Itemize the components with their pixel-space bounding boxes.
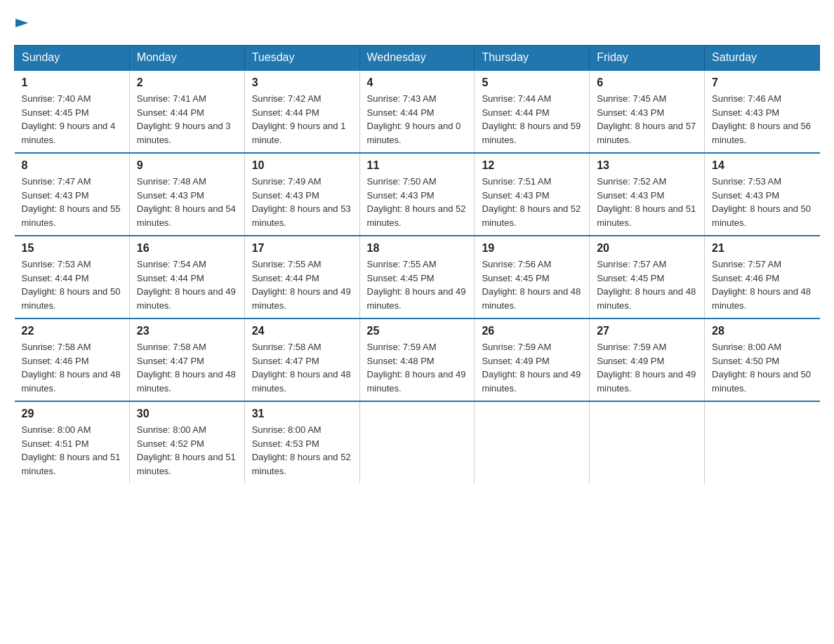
calendar-cell: 4 Sunrise: 7:43 AMSunset: 4:44 PMDayligh… bbox=[359, 70, 475, 153]
calendar-cell: 2 Sunrise: 7:41 AMSunset: 4:44 PMDayligh… bbox=[129, 70, 244, 153]
day-info: Sunrise: 7:47 AMSunset: 4:43 PMDaylight:… bbox=[22, 176, 121, 228]
calendar-cell: 30 Sunrise: 8:00 AMSunset: 4:52 PMDaylig… bbox=[129, 401, 244, 483]
day-number: 23 bbox=[137, 325, 237, 337]
day-number: 13 bbox=[597, 159, 697, 172]
week-row-4: 22 Sunrise: 7:58 AMSunset: 4:46 PMDaylig… bbox=[15, 318, 820, 401]
header-thursday: Thursday bbox=[475, 46, 590, 71]
day-number: 8 bbox=[22, 159, 122, 172]
week-row-5: 29 Sunrise: 8:00 AMSunset: 4:51 PMDaylig… bbox=[15, 401, 820, 483]
calendar-cell: 6 Sunrise: 7:45 AMSunset: 4:43 PMDayligh… bbox=[590, 70, 705, 153]
day-number: 6 bbox=[597, 76, 697, 89]
day-info: Sunrise: 7:58 AMSunset: 4:46 PMDaylight:… bbox=[22, 342, 121, 394]
day-number: 20 bbox=[597, 242, 697, 255]
calendar-cell: 24 Sunrise: 7:58 AMSunset: 4:47 PMDaylig… bbox=[244, 318, 359, 401]
week-row-2: 8 Sunrise: 7:47 AMSunset: 4:43 PMDayligh… bbox=[15, 153, 820, 236]
day-number: 12 bbox=[482, 159, 582, 172]
day-number: 16 bbox=[137, 242, 237, 255]
day-info: Sunrise: 7:57 AMSunset: 4:46 PMDaylight:… bbox=[712, 259, 811, 311]
day-number: 15 bbox=[22, 242, 122, 255]
day-info: Sunrise: 7:57 AMSunset: 4:45 PMDaylight:… bbox=[597, 259, 696, 311]
day-info: Sunrise: 7:56 AMSunset: 4:45 PMDaylight:… bbox=[482, 259, 581, 311]
calendar-cell: 26 Sunrise: 7:59 AMSunset: 4:49 PMDaylig… bbox=[475, 318, 590, 401]
header-monday: Monday bbox=[129, 46, 244, 71]
calendar-cell: 31 Sunrise: 8:00 AMSunset: 4:53 PMDaylig… bbox=[244, 401, 359, 483]
calendar-cell: 5 Sunrise: 7:44 AMSunset: 4:44 PMDayligh… bbox=[475, 70, 590, 153]
calendar-cell: 15 Sunrise: 7:53 AMSunset: 4:44 PMDaylig… bbox=[15, 236, 130, 318]
day-info: Sunrise: 7:43 AMSunset: 4:44 PMDaylight:… bbox=[367, 93, 461, 145]
day-number: 14 bbox=[712, 159, 812, 172]
calendar-cell: 14 Sunrise: 7:53 AMSunset: 4:43 PMDaylig… bbox=[705, 153, 820, 236]
header-friday: Friday bbox=[590, 46, 705, 71]
calendar-cell: 19 Sunrise: 7:56 AMSunset: 4:45 PMDaylig… bbox=[475, 236, 590, 318]
day-info: Sunrise: 7:46 AMSunset: 4:43 PMDaylight:… bbox=[712, 93, 811, 145]
day-info: Sunrise: 7:42 AMSunset: 4:44 PMDaylight:… bbox=[252, 93, 346, 145]
day-info: Sunrise: 7:48 AMSunset: 4:43 PMDaylight:… bbox=[137, 176, 236, 228]
week-row-3: 15 Sunrise: 7:53 AMSunset: 4:44 PMDaylig… bbox=[15, 236, 820, 318]
calendar-cell: 16 Sunrise: 7:54 AMSunset: 4:44 PMDaylig… bbox=[129, 236, 244, 318]
day-number: 25 bbox=[367, 325, 468, 337]
calendar-table: SundayMondayTuesdayWednesdayThursdayFrid… bbox=[14, 45, 820, 483]
calendar-cell: 27 Sunrise: 7:59 AMSunset: 4:49 PMDaylig… bbox=[590, 318, 705, 401]
header-tuesday: Tuesday bbox=[244, 46, 359, 71]
day-info: Sunrise: 7:58 AMSunset: 4:47 PMDaylight:… bbox=[137, 342, 236, 394]
day-info: Sunrise: 8:00 AMSunset: 4:50 PMDaylight:… bbox=[712, 342, 811, 394]
day-info: Sunrise: 7:55 AMSunset: 4:45 PMDaylight:… bbox=[367, 259, 466, 311]
calendar-cell bbox=[359, 401, 475, 483]
day-info: Sunrise: 7:58 AMSunset: 4:47 PMDaylight:… bbox=[252, 342, 351, 394]
calendar-cell: 8 Sunrise: 7:47 AMSunset: 4:43 PMDayligh… bbox=[15, 153, 130, 236]
day-number: 10 bbox=[252, 159, 352, 172]
day-info: Sunrise: 7:44 AMSunset: 4:44 PMDaylight:… bbox=[482, 93, 581, 145]
day-number: 5 bbox=[482, 76, 582, 89]
day-number: 24 bbox=[252, 325, 352, 337]
day-info: Sunrise: 8:00 AMSunset: 4:51 PMDaylight:… bbox=[22, 424, 121, 476]
day-number: 2 bbox=[137, 76, 237, 89]
day-number: 4 bbox=[367, 76, 468, 89]
calendar-cell: 1 Sunrise: 7:40 AMSunset: 4:45 PMDayligh… bbox=[15, 70, 130, 153]
day-info: Sunrise: 7:59 AMSunset: 4:49 PMDaylight:… bbox=[482, 342, 581, 394]
day-info: Sunrise: 8:00 AMSunset: 4:53 PMDaylight:… bbox=[252, 424, 351, 476]
calendar-cell: 9 Sunrise: 7:48 AMSunset: 4:43 PMDayligh… bbox=[129, 153, 244, 236]
day-info: Sunrise: 8:00 AMSunset: 4:52 PMDaylight:… bbox=[137, 424, 236, 476]
day-number: 31 bbox=[252, 408, 352, 420]
day-number: 9 bbox=[137, 159, 237, 172]
calendar-cell: 28 Sunrise: 8:00 AMSunset: 4:50 PMDaylig… bbox=[705, 318, 820, 401]
day-number: 1 bbox=[22, 76, 122, 89]
calendar-cell: 11 Sunrise: 7:50 AMSunset: 4:43 PMDaylig… bbox=[359, 153, 475, 236]
day-number: 11 bbox=[367, 159, 468, 172]
calendar-cell: 22 Sunrise: 7:58 AMSunset: 4:46 PMDaylig… bbox=[15, 318, 130, 401]
day-info: Sunrise: 7:55 AMSunset: 4:44 PMDaylight:… bbox=[252, 259, 351, 311]
day-info: Sunrise: 7:54 AMSunset: 4:44 PMDaylight:… bbox=[137, 259, 236, 311]
day-number: 21 bbox=[712, 242, 812, 255]
calendar-cell: 17 Sunrise: 7:55 AMSunset: 4:44 PMDaylig… bbox=[244, 236, 359, 318]
calendar-cell: 3 Sunrise: 7:42 AMSunset: 4:44 PMDayligh… bbox=[244, 70, 359, 153]
day-info: Sunrise: 7:49 AMSunset: 4:43 PMDaylight:… bbox=[252, 176, 351, 228]
calendar-cell: 20 Sunrise: 7:57 AMSunset: 4:45 PMDaylig… bbox=[590, 236, 705, 318]
day-info: Sunrise: 7:53 AMSunset: 4:43 PMDaylight:… bbox=[712, 176, 811, 228]
day-number: 30 bbox=[137, 408, 237, 420]
day-number: 19 bbox=[482, 242, 582, 255]
header-sunday: Sunday bbox=[15, 46, 130, 71]
day-number: 3 bbox=[252, 76, 352, 89]
day-info: Sunrise: 7:59 AMSunset: 4:48 PMDaylight:… bbox=[367, 342, 466, 394]
day-info: Sunrise: 7:51 AMSunset: 4:43 PMDaylight:… bbox=[482, 176, 581, 228]
day-number: 29 bbox=[22, 408, 122, 420]
calendar-cell: 23 Sunrise: 7:58 AMSunset: 4:47 PMDaylig… bbox=[129, 318, 244, 401]
calendar-cell: 12 Sunrise: 7:51 AMSunset: 4:43 PMDaylig… bbox=[475, 153, 590, 236]
header-saturday: Saturday bbox=[705, 46, 820, 71]
calendar-cell: 29 Sunrise: 8:00 AMSunset: 4:51 PMDaylig… bbox=[15, 401, 130, 483]
day-info: Sunrise: 7:50 AMSunset: 4:43 PMDaylight:… bbox=[367, 176, 466, 228]
day-info: Sunrise: 7:52 AMSunset: 4:43 PMDaylight:… bbox=[597, 176, 696, 228]
page-header bbox=[14, 14, 820, 31]
logo-blue-text bbox=[14, 14, 27, 31]
calendar-cell: 18 Sunrise: 7:55 AMSunset: 4:45 PMDaylig… bbox=[359, 236, 475, 318]
day-number: 17 bbox=[252, 242, 352, 255]
day-info: Sunrise: 7:41 AMSunset: 4:44 PMDaylight:… bbox=[137, 93, 231, 145]
day-info: Sunrise: 7:59 AMSunset: 4:49 PMDaylight:… bbox=[597, 342, 696, 394]
calendar-cell bbox=[475, 401, 590, 483]
day-number: 22 bbox=[22, 325, 122, 337]
weekday-header-row: SundayMondayTuesdayWednesdayThursdayFrid… bbox=[15, 46, 820, 71]
calendar-cell: 7 Sunrise: 7:46 AMSunset: 4:43 PMDayligh… bbox=[705, 70, 820, 153]
calendar-cell: 21 Sunrise: 7:57 AMSunset: 4:46 PMDaylig… bbox=[705, 236, 820, 318]
day-number: 18 bbox=[367, 242, 468, 255]
calendar-cell bbox=[590, 401, 705, 483]
